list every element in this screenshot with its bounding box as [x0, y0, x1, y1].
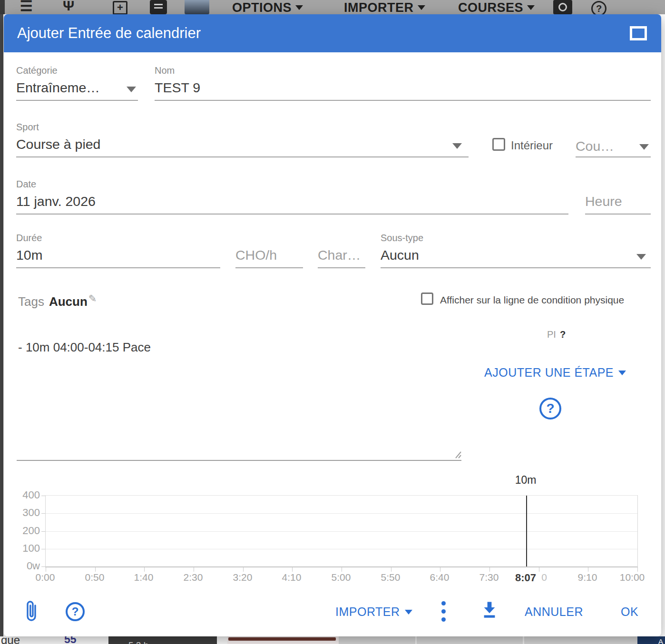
caret-down-icon: [636, 254, 646, 260]
fitness-line-label: Afficher sur la ligne de condition physi…: [440, 294, 624, 306]
sous-type-label: Sous-type: [381, 233, 423, 244]
list-icon[interactable]: ☰: [20, 0, 33, 14]
screen: ☰ Ψ + OPTIONS IMPORTER COURSES ? que 55 …: [0, 0, 665, 644]
pi-label: PI: [547, 329, 556, 340]
help-icon[interactable]: ?: [591, 1, 606, 14]
charge-input[interactable]: Char…: [318, 246, 365, 268]
tags-row: TagsAucun✎: [18, 293, 97, 309]
workout-steps-text: - 10m 04:00-04:15 Pace: [18, 340, 151, 355]
resize-handle-icon[interactable]: [454, 451, 461, 459]
courses-menu[interactable]: COURSES: [458, 0, 535, 14]
date-input[interactable]: 11 janv. 2026: [16, 193, 568, 215]
calendar-cell-event: [227, 636, 339, 644]
importer-menu[interactable]: IMPORTER: [344, 0, 425, 14]
chart-plot[interactable]: [45, 495, 638, 567]
nom-label: Nom: [155, 65, 175, 76]
add-entry-icon[interactable]: +: [113, 1, 127, 14]
calendar-cell-navy: A: [637, 636, 665, 644]
nutrition-fork-icon[interactable]: Ψ: [63, 0, 74, 14]
add-calendar-entry-dialog: Ajouter Entrée de calendrier Catégorie E…: [4, 14, 661, 636]
sport-label: Sport: [16, 122, 39, 133]
workout-steps-textarea[interactable]: - 10m 04:00-04:15 Pace: [17, 338, 461, 461]
calendar-cell-gray: [339, 636, 637, 644]
caret-down-icon: [418, 5, 425, 10]
add-step-button[interactable]: AJOUTER UNE ÉTAPE: [484, 366, 626, 380]
pi-help-icon[interactable]: ?: [560, 329, 566, 340]
duree-input[interactable]: 10m: [16, 246, 220, 268]
chart-ylabels: 4003002001000w: [4, 495, 42, 566]
calendar-text: que: [1, 636, 20, 644]
background-toolbar: ☰ Ψ + OPTIONS IMPORTER COURSES ?: [0, 0, 665, 14]
camera-icon[interactable]: [553, 0, 572, 14]
download-icon[interactable]: [479, 599, 499, 621]
more-options-icon[interactable]: [441, 601, 446, 625]
chart-cursor-duration-label: 10m: [515, 474, 537, 487]
app-icon[interactable]: [150, 0, 167, 14]
interieur-checkbox[interactable]: [492, 138, 505, 151]
cou-select[interactable]: Cou…: [576, 137, 651, 157]
dialog-titlebar: Ajouter Entrée de calendrier: [4, 14, 661, 52]
maximize-icon[interactable]: [630, 26, 647, 40]
edit-pencil-icon[interactable]: ✎: [88, 293, 97, 304]
categorie-label: Catégorie: [16, 65, 58, 76]
caret-down-icon: [639, 144, 649, 150]
caret-down-icon: [452, 143, 462, 149]
cho-input[interactable]: CHO/h: [235, 246, 303, 268]
sport-select[interactable]: Course à pied: [16, 136, 469, 157]
fitness-line-checkbox[interactable]: [421, 293, 433, 305]
nom-input[interactable]: TEST 9: [155, 79, 651, 101]
steps-help-icon[interactable]: ?: [539, 398, 561, 420]
date-label: Date: [16, 179, 36, 190]
caret-down-icon: [405, 610, 412, 615]
workout-chart[interactable]: 10m 4003002001000w 0:000:501:402:303:204…: [4, 474, 661, 593]
annuler-button[interactable]: ANNULER: [525, 605, 583, 619]
toolbar-edge: [0, 0, 5, 14]
caret-down-icon: [127, 87, 136, 92]
calendar-number: 55: [64, 636, 77, 644]
calendar-cell-dark: 5.2 h: [108, 636, 217, 644]
background-calendar-strip: que 55 5.2 h A: [0, 636, 665, 644]
page-left-edge: [0, 14, 3, 636]
sous-type-select[interactable]: Aucun: [381, 246, 651, 268]
avatar[interactable]: [185, 0, 209, 14]
duree-label: Durée: [16, 233, 42, 244]
tags-value: Aucun: [49, 294, 88, 309]
tags-label: Tags: [18, 294, 44, 309]
heure-input[interactable]: Heure: [585, 193, 651, 215]
dialog-title: Ajouter Entrée de calendrier: [17, 25, 201, 42]
footer-help-icon[interactable]: ?: [66, 602, 85, 621]
caret-down-icon: [295, 5, 303, 10]
pi-row: PI?: [547, 329, 566, 340]
caret-down-icon: [618, 371, 626, 375]
interieur-label: Intérieur: [511, 139, 553, 152]
footer-importer-button[interactable]: IMPORTER: [335, 605, 412, 619]
attachment-icon[interactable]: [23, 599, 40, 623]
options-menu[interactable]: OPTIONS: [232, 0, 303, 14]
caret-down-icon: [527, 5, 535, 10]
ok-button[interactable]: OK: [621, 605, 638, 619]
categorie-select[interactable]: Entraîneme…: [16, 79, 138, 101]
chart-xlabels: 0:000:501:402:303:204:105:005:506:407:30…: [45, 572, 637, 585]
